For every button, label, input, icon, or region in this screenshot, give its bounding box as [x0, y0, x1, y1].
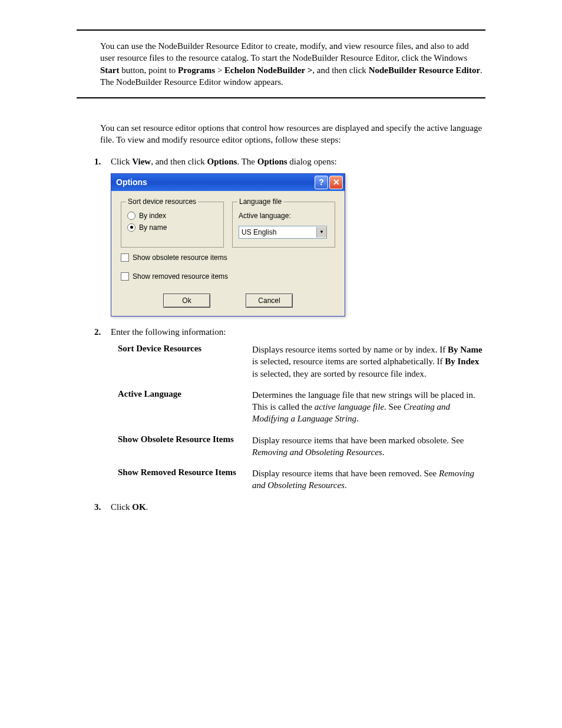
show-obsolete-checkbox[interactable]: Show obsolete resource items — [121, 253, 335, 262]
language-select[interactable]: US English ▼ — [239, 226, 327, 239]
radio-by-index[interactable]: By index — [127, 212, 217, 220]
sort-legend: Sort device resources — [126, 197, 198, 206]
step-2: 2. Enter the following information: — [94, 326, 485, 338]
step-number: 2. — [94, 326, 111, 338]
def-term: Show Removed Resource Items — [118, 467, 252, 492]
step-body: Click OK. — [111, 501, 485, 513]
radio-icon — [127, 212, 135, 220]
cancel-button[interactable]: Cancel — [246, 294, 293, 308]
divider-top — [77, 29, 485, 31]
options-dialog: Options ? ✕ Sort device resources By ind… — [111, 173, 345, 317]
def-desc: Displays resource items sorted by name o… — [252, 344, 485, 380]
def-sort: Sort Device Resources Displays resource … — [118, 344, 485, 380]
def-term: Sort Device Resources — [118, 344, 252, 380]
checkbox-label: Show removed resource items — [133, 272, 228, 281]
select-value: US English — [239, 228, 316, 236]
def-active-language: Active Language Determines the language … — [118, 389, 485, 425]
checkbox-icon — [121, 272, 129, 281]
def-desc: Display resource items that have been re… — [252, 467, 485, 492]
ok-button[interactable]: Ok — [163, 294, 210, 308]
step-3: 3. Click OK. — [94, 501, 485, 513]
step-1: 1. Click View, and then click Options. T… — [94, 156, 485, 167]
checkbox-icon — [121, 253, 129, 262]
step-number: 1. — [94, 156, 111, 167]
def-desc: Determines the language file that new st… — [252, 389, 485, 425]
divider-mid — [77, 97, 485, 98]
intro-paragraph-2: You can set resource editor options that… — [100, 122, 485, 146]
close-icon[interactable]: ✕ — [329, 176, 343, 189]
checkbox-label: Show obsolete resource items — [133, 253, 227, 262]
chevron-down-icon: ▼ — [316, 227, 326, 238]
def-term: Show Obsolete Resource Items — [118, 434, 252, 459]
definitions-table: Sort Device Resources Displays resource … — [118, 344, 485, 492]
dialog-titlebar[interactable]: Options ? ✕ — [111, 174, 345, 191]
dialog-title: Options — [116, 177, 313, 187]
help-icon[interactable]: ? — [315, 176, 328, 189]
step-number: 3. — [94, 501, 111, 513]
radio-icon — [127, 223, 135, 232]
dialog-body: Sort device resources By index By name L… — [111, 191, 345, 316]
radio-by-name[interactable]: By name — [127, 223, 217, 232]
radio-label: By index — [139, 212, 166, 220]
def-show-removed: Show Removed Resource Items Display reso… — [118, 467, 485, 492]
sort-fieldset: Sort device resources By index By name — [121, 202, 224, 248]
radio-label: By name — [139, 223, 167, 232]
def-desc: Display resource items that have been ma… — [252, 434, 485, 459]
step-body: Click View, and then click Options. The … — [111, 156, 485, 167]
language-fieldset: Language file Active language: US Englis… — [232, 202, 335, 248]
def-term: Active Language — [118, 389, 252, 425]
show-removed-checkbox[interactable]: Show removed resource items — [121, 272, 335, 281]
intro-paragraph-1: You can use the NodeBuilder Resource Edi… — [100, 40, 485, 88]
active-language-label: Active language: — [239, 212, 329, 220]
def-show-obsolete: Show Obsolete Resource Items Display res… — [118, 434, 485, 459]
step-body: Enter the following information: — [111, 326, 485, 338]
language-legend: Language file — [237, 197, 283, 206]
